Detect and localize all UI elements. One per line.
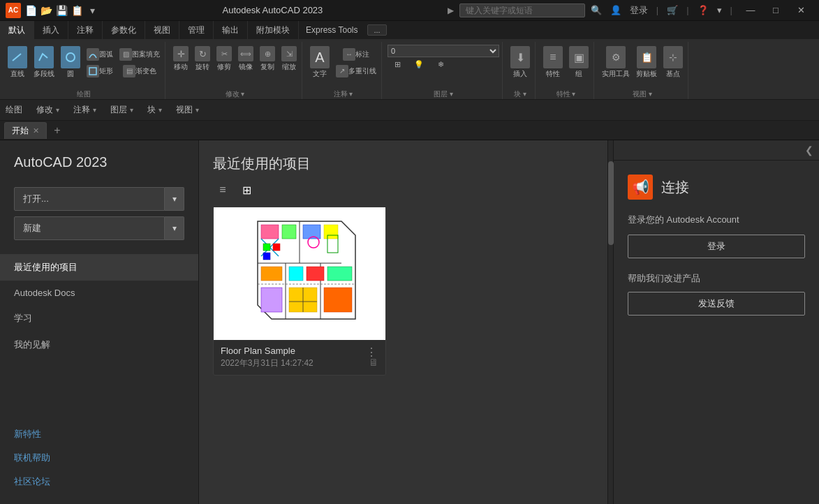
feedback-button[interactable]: 发送反馈 [628,292,805,316]
layer-props-btn[interactable]: ⊞ [388,59,407,70]
clipboard-btn[interactable]: 📋 剪贴板 [634,45,659,80]
login-btn[interactable]: 登录 [627,3,651,18]
open-file-icon[interactable]: 📂 [40,5,52,16]
search-input[interactable] [459,3,585,17]
list-view-button[interactable]: ≡ [213,180,233,200]
ribbon-tabs: 默认 插入 注释 参数化 视图 管理 输出 附加模块 Express Tools… [0,21,819,39]
content-scrollbar[interactable] [607,140,613,504]
hatch-btn[interactable]: ▨ 图案填充 [117,47,162,62]
files-area: Floor Plan Sample 2022年3月31日 14:27:42 ⋮ … [199,207,607,504]
tab-addins[interactable]: 附加模块 [248,21,299,39]
save-as-icon[interactable]: 📋 [71,5,82,16]
dim-btn[interactable]: ↔ 标注 [334,47,378,62]
tab-parametric[interactable]: 参数化 [103,21,145,39]
ts-block-group: 块 ▾ [147,104,162,116]
properties-btn[interactable]: ≡ 特性 [541,45,565,80]
new-dropdown-button[interactable]: ▾ [165,216,184,240]
scrollbar-thumb[interactable] [608,161,614,245]
utilities-btn[interactable]: ⚙ 实用工具 [600,45,632,80]
svg-rect-16 [307,267,324,281]
arc-btn[interactable]: 圆弧 [84,47,115,62]
svg-rect-2 [89,68,96,75]
start-tab-close[interactable]: ✕ [33,126,39,135]
ts-layer-label[interactable]: 图层 [110,104,127,116]
maximize-button[interactable]: □ [763,0,788,21]
grid-view-button[interactable]: ⊞ [237,180,256,200]
cart-icon[interactable]: 🛒 [664,3,681,17]
basepoint-label: 基点 [666,69,680,79]
new-file-icon[interactable]: 📄 [25,5,36,16]
user-icon[interactable]: 👤 [607,3,624,17]
tab-express[interactable]: Express Tools [299,21,364,39]
polyline-btn[interactable]: 多段线 [31,45,57,80]
copy-label: 复制 [260,62,274,72]
ribbon-group-properties: ≡ 特性 ▣ 组 特性 ▾ [538,42,594,99]
sidebar-item-docs[interactable]: Autodesk Docs [0,281,198,305]
open-button[interactable]: 打开... [14,187,165,211]
help-dropdown-icon[interactable]: ▾ [714,3,725,17]
ts-modify-label[interactable]: 修改 [36,104,53,116]
properties-label: 特性 [546,69,560,79]
tab-manage[interactable]: 管理 [179,21,214,39]
group-btn[interactable]: ▣ 组 [567,45,591,80]
copy-btn[interactable]: ⊕ 复制 [258,45,277,73]
footer-online-help[interactable]: 联机帮助 [0,446,198,470]
layer-freeze-btn[interactable]: ❄ [431,59,450,70]
tab-output[interactable]: 输出 [214,21,248,39]
help-icon[interactable]: ❓ [695,3,711,17]
tab-insert[interactable]: 插入 [34,21,68,39]
tab-default[interactable]: 默认 [0,21,34,39]
sidebar-item-recent[interactable]: 最近使用的项目 [0,254,198,281]
text-btn[interactable]: A 文字 [308,45,332,80]
ribbon-group-modify-inner: ✛ 移动 ↻ 旋转 ✂ 修剪 ⟺ 镜像 ⊕ 复制 [171,42,299,88]
trim-btn[interactable]: ✂ 修剪 [214,45,234,73]
add-tab-button[interactable]: + [50,123,65,138]
scale-label: 缩放 [282,62,296,72]
scale-btn[interactable]: ⇲ 缩放 [279,45,299,73]
rotate-icon: ↻ [195,46,210,61]
leader-btn[interactable]: ↗ 多重引线 [334,64,378,79]
gradient-btn[interactable]: ▤ 渐变色 [117,64,162,79]
file-card-floor-plan[interactable]: Floor Plan Sample 2022年3月31日 14:27:42 ⋮ … [213,207,386,376]
sidebar-item-insights[interactable]: 我的见解 [0,332,198,358]
save-icon[interactable]: 💾 [56,5,67,16]
open-dropdown-button[interactable]: ▾ [165,187,184,211]
sidebar-item-learn[interactable]: 学习 [0,305,198,332]
ts-annotate-label[interactable]: 注释 [73,104,90,116]
mirror-label: 镜像 [239,62,253,72]
ts-annotate-drop[interactable]: ▾ [93,106,96,114]
ts-view-drop[interactable]: ▾ [195,106,199,114]
ribbon-more-button[interactable]: ... [367,24,386,36]
ts-draw-label[interactable]: 绘图 [6,104,22,116]
tab-annotate[interactable]: 注释 [68,21,103,39]
line-btn[interactable]: 直线 [6,45,29,80]
move-btn[interactable]: ✛ 移动 [171,45,191,73]
close-button[interactable]: ✕ [788,0,813,21]
footer-new-features[interactable]: 新特性 [0,422,198,446]
new-button[interactable]: 新建 [14,216,165,240]
minimize-button[interactable]: — [738,0,763,21]
rect-btn[interactable]: 矩形 [84,64,115,79]
layer-props-icon: ⊞ [394,60,401,69]
ts-view-label[interactable]: 视图 [176,104,193,116]
collapse-button[interactable]: ❮ [805,144,813,156]
title-bar-right: ▶ 🔍 👤 登录 | 🛒 | ❓ ▾ | — □ ✕ [448,0,813,21]
ts-block-label[interactable]: 块 [147,104,156,116]
footer-community[interactable]: 社区论坛 [0,470,198,494]
layer-on-btn[interactable]: 💡 [409,59,429,70]
search-icon[interactable]: 🔍 [588,3,605,17]
circle-btn[interactable]: 圆 [59,45,82,80]
ts-layer-drop[interactable]: ▾ [130,106,133,114]
insert-btn[interactable]: ⬇ 插入 [508,45,532,80]
tab-view[interactable]: 视图 [145,21,179,39]
tab-bar: 开始 ✕ + [0,121,819,140]
layer-select[interactable]: 0 [388,45,499,57]
customize-icon[interactable]: ▾ [87,5,98,16]
ts-modify-drop[interactable]: ▾ [56,106,59,114]
login-button[interactable]: 登录 [628,235,805,258]
basepoint-btn[interactable]: ⊹ 基点 [661,45,685,80]
rotate-btn[interactable]: ↻ 旋转 [193,45,212,73]
start-tab[interactable]: 开始 ✕ [4,122,47,139]
ts-block-drop[interactable]: ▾ [158,106,162,114]
mirror-btn[interactable]: ⟺ 镜像 [236,45,256,73]
